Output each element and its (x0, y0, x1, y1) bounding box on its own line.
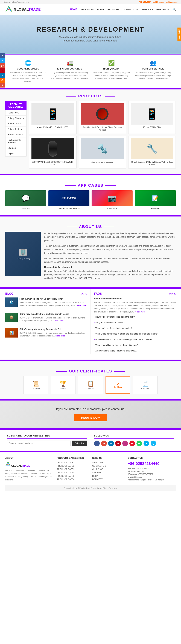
faq-q-application[interactable]: If my application is successful? (94, 320, 176, 325)
footer-product-link-4[interactable]: PRODUCT DATE4 (57, 472, 89, 474)
read-more-2[interactable]: Read more (54, 320, 63, 322)
gold-supplier-link[interactable]: Gold Supplier (152, 1, 164, 3)
product-card-ipad[interactable]: 📱 Apple 9.7-inch iPad Pro White 128G (29, 101, 77, 134)
feature-efficient-logistics: 🚛 EFFICIENT LOGISTICS long-term cooperat… (49, 60, 91, 83)
linkedin-sidebar-btn[interactable]: in (0, 73, 5, 78)
faq-q-visa[interactable]: Am I eligible to apply if I require a wo… (94, 349, 176, 353)
nav-products[interactable]: PRODUCTS (81, 8, 94, 11)
faq-read-more[interactable]: + read more (135, 311, 145, 313)
footer-phone: +86-02584234440 (128, 462, 176, 466)
app-card-instagram[interactable]: 📷 Instagram (92, 190, 133, 210)
about-section: ABOUT US 🏢 Company Building Our technolo… (0, 216, 181, 288)
product-card-bracelet[interactable]: Smart Bluetooth Bracelet for iPhone Sams… (79, 101, 126, 134)
footer-service-link-shipping[interactable]: SHIPPING (92, 472, 124, 474)
faq-q-mobile[interactable]: What capabilities do I get on the mobile… (94, 343, 176, 347)
googleplus-sidebar-btn[interactable]: g+ (0, 63, 5, 68)
app-img-instagram: 📷 (92, 190, 133, 206)
gold-assured-link[interactable]: Gold Assured (166, 1, 177, 3)
faq-q-audio[interactable]: What audio conferencing is supported? (94, 326, 176, 330)
footer-service-link-about[interactable]: ABOUT US (92, 462, 124, 464)
read-more-3[interactable]: Read more (56, 335, 65, 337)
footer-service-col: SERVICE ABOUT US CONTACT US OUR BLOG SHI… (92, 456, 124, 482)
pinterest-sidebar-btn[interactable]: p (0, 68, 5, 73)
footer-service-link-delivery[interactable]: DELIVERY (92, 478, 124, 480)
read-more-1[interactable]: Read more (77, 304, 86, 306)
faq-q-search-series[interactable]: How do I search for series using the app… (94, 315, 176, 319)
blog-excerpt-3: BEIJING, Feb. 24 (Xinhua) — China's fore… (20, 332, 87, 337)
footer-product-link-1[interactable]: PRODUCT DATE1 (57, 462, 89, 464)
app-label-tencent: Tencent Mobile Keeper (48, 207, 89, 210)
product-card-iphone[interactable]: 📱 iPhone 6 White 32G (128, 101, 176, 134)
product-card-drill[interactable]: 🔧 18 Volt Cordless 1/2 In. Drill/Driver … (128, 136, 176, 168)
follow-instagram-icon[interactable]: I (122, 440, 128, 446)
search-icon[interactable]: 🔍 (173, 8, 176, 11)
footer-product-link-6[interactable]: PRODUCT DATE6 (57, 478, 89, 480)
cert-icon-2: 🏆 (60, 380, 66, 387)
cat-item-electricity-savers[interactable]: Electricity Savers (6, 132, 26, 138)
footer-product-link-2[interactable]: PRODUCT DATE2 (57, 465, 89, 467)
follow-pinterest-icon[interactable]: P (115, 440, 121, 446)
cat-item-rechargeable-batteries[interactable]: Rechargeable Batteries (6, 138, 26, 146)
cert-label-4: Certificate (114, 386, 122, 388)
blog-post-2: 📦 China may miss 2013 foreign trade grow… (5, 313, 87, 325)
follow-qq-icon[interactable]: Q (151, 440, 156, 446)
footer-product-link-3[interactable]: PRODUCT DATE3 (57, 468, 89, 470)
cert-icon-3: 📋 (87, 380, 94, 387)
cert-label-3: Certificate (86, 388, 94, 390)
follow-google-icon[interactable]: G (101, 440, 107, 446)
product-card-speaker[interactable]: ESOTICA WIRELESS BLUETOOTH SPEAKER – SC1… (29, 136, 77, 168)
app-card-wechat[interactable]: 💬 微信 WeChat (5, 190, 46, 210)
app-card-evernote[interactable]: 📝 Evernote (135, 190, 176, 210)
subscribe-button[interactable]: Subscribe (72, 440, 87, 446)
newsletter-email-input[interactable] (7, 440, 71, 446)
blog-more-link[interactable]: MORE (81, 292, 87, 295)
footer-about-title: ABOUT (5, 456, 53, 459)
cat-item-digital[interactable]: Digital (6, 151, 26, 156)
nav-blog[interactable]: BLOG (97, 8, 104, 11)
cert-grid: 📜 Certificate 🏆 CatHub 📋 Certificate ✔ C… (5, 376, 176, 394)
follow-linkedin-icon[interactable]: in (108, 440, 114, 446)
topbar-right: Alibaba.com Gold Supplier Gold Assured (139, 1, 177, 3)
faq-q-formal-training[interactable]: Will there be formal training? (94, 298, 176, 300)
app-img-tencent: 手机安全管家 (48, 190, 89, 206)
blog-info-2: China may miss 2013 foreign trade growth… (20, 313, 87, 322)
product-name-ipad: Apple 9.7-inch iPad Pro White 128G (32, 126, 74, 128)
follow-weibo-icon[interactable]: W (129, 440, 135, 446)
nav-contact[interactable]: CONTACT US (123, 8, 138, 11)
follow-whatsapp-icon[interactable]: W (136, 440, 142, 446)
inquiry-now-button[interactable]: INQUIRY NOW (74, 414, 107, 421)
follow-facebook-icon[interactable]: f (94, 440, 100, 446)
email-sidebar-btn[interactable]: @ (0, 78, 5, 82)
footer-service-link-contact[interactable]: CONTACT US (92, 465, 124, 467)
faq-a-formal-training: We are committed to the continuous perso… (94, 301, 176, 313)
app-label-wechat: WeChat (5, 207, 46, 210)
facebook-sidebar-btn[interactable]: f (0, 53, 5, 58)
product-card-nut[interactable]: 🔩 Aluminum nut processing (79, 136, 126, 168)
chat-now-banner[interactable]: CHAT NOW (177, 28, 181, 41)
twitter-sidebar-btn[interactable]: t (0, 58, 5, 63)
app-card-tencent[interactable]: 手机安全管家 Tencent Mobile Keeper (48, 190, 89, 210)
faq-q-meeting[interactable]: How do I know if I can hold a meeting? W… (94, 337, 176, 342)
faq-q-video[interactable]: What video conference features are avail… (94, 332, 176, 336)
cat-item-battery-packs[interactable]: Battery Packs (6, 121, 26, 126)
efficient-logistics-title: EFFICIENT LOGISTICS (51, 68, 89, 70)
follow-skype-icon[interactable]: S (143, 440, 149, 446)
cat-item-power-tools[interactable]: Power Tools (6, 110, 26, 116)
cat-item-chargers[interactable]: Chargers (6, 146, 26, 151)
cat-item-battery-chargers[interactable]: Battery Chargers (6, 116, 26, 121)
blog-thumb-2: 📦 (5, 313, 18, 322)
footer-product-link-5[interactable]: PRODUCT DATE5 (57, 475, 89, 477)
cat-item-battery-testers[interactable]: Battery Testers (6, 126, 26, 132)
footer-logo-icon (5, 462, 11, 467)
faqs-more-link[interactable]: MORE (169, 292, 176, 295)
nav-feedback[interactable]: FEEDBACK (156, 8, 169, 11)
logo-area: GLOBALTRADE (5, 6, 41, 13)
nav-services[interactable]: SERVICES (141, 8, 153, 11)
footer-service-link-help[interactable]: HELP (92, 475, 124, 477)
nav-about[interactable]: ABOUT US (107, 8, 119, 11)
footer-service-link-blog[interactable]: OUR BLOG (92, 468, 124, 470)
nav-home[interactable]: HOME (70, 8, 77, 11)
plus-sidebar-btn[interactable]: + (0, 82, 5, 88)
hero-content: RESEARCH & DEVELOPMENT We cooperate with… (37, 26, 144, 43)
blog-excerpt-1: Workers work 40 meters underground in th… (20, 301, 87, 307)
